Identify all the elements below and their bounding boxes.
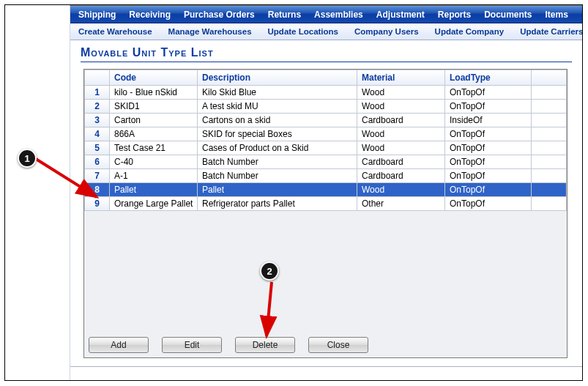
col-description[interactable]: Description (198, 70, 357, 86)
col-spacer (532, 70, 567, 86)
cell-loadtype: OnTopOf (445, 127, 532, 141)
cell-material: Cardboard (357, 155, 445, 169)
callout-2: 2 (260, 261, 279, 281)
cell-code: kilo - Blue nSkid (110, 86, 198, 100)
cell-spacer (532, 100, 567, 114)
cell-material: Wood (357, 141, 445, 155)
cell-material: Wood (357, 183, 445, 197)
cell-spacer (532, 169, 567, 183)
cell-spacer (532, 155, 567, 169)
col-code[interactable]: Code (110, 70, 198, 86)
menu-reports[interactable]: Reports (431, 6, 477, 23)
delete-button[interactable]: Delete (235, 337, 295, 353)
col-loadtype[interactable]: LoadType (445, 70, 532, 86)
grid-empty-area (84, 211, 567, 335)
table-row[interactable]: 5Test Case 21Cases of Product on a SkidW… (85, 141, 567, 155)
add-button[interactable]: Add (89, 337, 149, 353)
cell-loadtype: OnTopOf (445, 155, 532, 169)
cell-spacer (532, 141, 567, 155)
cell-description: Kilo Skid Blue (198, 86, 357, 100)
cell-loadtype: OnTopOf (445, 141, 532, 155)
cell-loadtype: InsideOf (445, 114, 532, 127)
table-row[interactable]: 3CartonCartons on a skidCardboardInsideO… (85, 114, 567, 127)
close-button[interactable]: Close (308, 337, 368, 353)
cell-code: C-40 (110, 155, 198, 169)
cell-description: Cartons on a skid (198, 114, 357, 127)
table-row[interactable]: 6C-40Batch NumberCardboardOnTopOf (85, 155, 567, 169)
cell-rownum: 2 (85, 100, 110, 114)
page-title: Movable Unit Type List (81, 46, 572, 62)
cell-description: SKID for special Boxes (198, 127, 357, 141)
cell-description: A test skid MU (198, 100, 357, 114)
menu-adjustment[interactable]: Adjustment (370, 6, 431, 23)
cell-rownum: 1 (85, 86, 110, 100)
callout-1: 1 (18, 149, 37, 168)
menu-shipping[interactable]: Shipping (72, 6, 122, 23)
tool-update-carriers[interactable]: Update Carriers (512, 23, 582, 40)
cell-code: Test Case 21 (110, 141, 198, 155)
table-row[interactable]: 8PalletPalletWoodOnTopOf (85, 183, 567, 197)
cell-description: Cases of Product on a Skid (198, 141, 357, 155)
menu-returns[interactable]: Returns (261, 6, 308, 23)
cell-rownum: 9 (85, 197, 110, 211)
cell-description: Batch Number (198, 155, 357, 169)
tool-create-warehouse[interactable]: Create Warehouse (70, 23, 160, 40)
tool-company-users[interactable]: Company Users (346, 23, 427, 40)
cell-loadtype: OnTopOf (445, 183, 532, 197)
menu-items[interactable]: Items (538, 6, 574, 23)
cell-code: 866A (110, 127, 198, 141)
cell-loadtype: OnTopOf (445, 197, 532, 211)
edit-button[interactable]: Edit (162, 337, 222, 353)
cell-spacer (532, 86, 567, 100)
cell-material: Wood (357, 100, 445, 114)
cell-code: Carton (110, 114, 198, 127)
tool-update-locations[interactable]: Update Locations (260, 23, 346, 40)
cell-rownum: 5 (85, 141, 110, 155)
cell-material: Cardboard (357, 169, 445, 183)
tool-update-company[interactable]: Update Company (427, 23, 513, 40)
unit-type-grid: Code Description Material LoadType 1kilo… (84, 70, 567, 211)
cell-code: A-1 (110, 169, 198, 183)
cell-loadtype: OnTopOf (445, 169, 532, 183)
cell-loadtype: OnTopOf (445, 100, 532, 114)
col-rownum[interactable] (85, 70, 110, 86)
cell-description: Refrigerator parts Pallet (198, 197, 357, 211)
footer-divider (70, 366, 582, 367)
cell-material: Wood (357, 86, 445, 100)
cell-code: Pallet (110, 183, 198, 197)
cell-material: Cardboard (357, 114, 445, 127)
menu-assemblies[interactable]: Assemblies (308, 6, 370, 23)
screenshot-frame: 1 2 Shipping Receiving Purchase Orders R… (4, 4, 583, 381)
app-window: Shipping Receiving Purchase Orders Retur… (70, 5, 582, 380)
cell-spacer (532, 197, 567, 211)
cell-loadtype: OnTopOf (445, 86, 532, 100)
cell-code: SKID1 (110, 100, 198, 114)
table-row[interactable]: 2SKID1A test skid MUWoodOnTopOf (85, 100, 567, 114)
sub-toolbar: Create Warehouse Manage Warehouses Updat… (70, 23, 582, 40)
cell-spacer (532, 127, 567, 141)
cell-spacer (532, 114, 567, 127)
table-row[interactable]: 1kilo - Blue nSkidKilo Skid BlueWoodOnTo… (85, 86, 567, 100)
button-bar: Add Edit Delete Close (89, 337, 368, 353)
cell-rownum: 7 (85, 169, 110, 183)
menu-documents[interactable]: Documents (477, 6, 538, 23)
cell-description: Pallet (198, 183, 357, 197)
col-material[interactable]: Material (357, 70, 445, 86)
table-row[interactable]: 7A-1Batch NumberCardboardOnTopOf (85, 169, 567, 183)
cell-material: Other (357, 197, 445, 211)
menu-receiving[interactable]: Receiving (122, 6, 177, 23)
title-row: Movable Unit Type List (70, 40, 582, 65)
cell-rownum: 8 (85, 183, 110, 197)
tool-manage-warehouses[interactable]: Manage Warehouses (160, 23, 260, 40)
cell-description: Batch Number (198, 169, 357, 183)
table-row[interactable]: 9Orange Large PalletRefrigerator parts P… (85, 197, 567, 211)
cell-rownum: 6 (85, 155, 110, 169)
main-menubar: Shipping Receiving Purchase Orders Retur… (70, 6, 582, 23)
table-row[interactable]: 4866ASKID for special BoxesWoodOnTopOf (85, 127, 567, 141)
menu-purchase-orders[interactable]: Purchase Orders (177, 6, 261, 23)
cell-rownum: 3 (85, 114, 110, 127)
cell-code: Orange Large Pallet (110, 197, 198, 211)
content-panel: Code Description Material LoadType 1kilo… (83, 69, 567, 358)
cell-spacer (532, 183, 567, 197)
cell-material: Wood (357, 127, 445, 141)
